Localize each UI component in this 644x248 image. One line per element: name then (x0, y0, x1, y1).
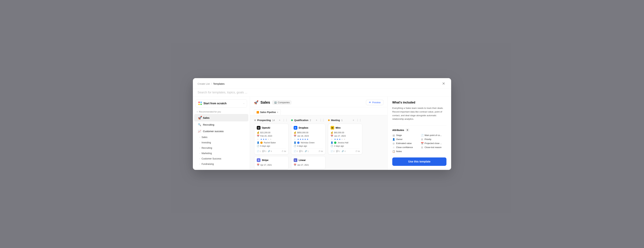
attr-priority-label: Priority (425, 138, 431, 140)
col-header-qualification: Qualification 2 + ⋮⋮ (291, 118, 325, 124)
person-icon: 👤 (257, 141, 259, 144)
sidebar-section-header[interactable]: ∨ Recommended for you (193, 110, 250, 114)
field-value-miro: 💰 $60,000.00 (330, 131, 360, 134)
chevron-right-icon: › (200, 142, 200, 144)
more-col-meeting-btn[interactable]: ⋮⋮ (356, 118, 362, 122)
field-stars-dropbox: ☆ ★ ★ ★ ★ ★ (294, 138, 323, 140)
time-icon: 🕐 (330, 145, 333, 147)
kanban-col-meeting: Meeting 1 + ⋮⋮ M (327, 118, 364, 170)
footer-meta-dropbox: 📄 3 💬 5 🔗 (294, 150, 308, 152)
right-panel-description: Everything a Sales team needs to track t… (392, 106, 446, 121)
field-owner-dropbox: 👤 Nicholas Green (294, 141, 323, 144)
company-name-openai: OpenAI (262, 126, 270, 129)
use-template-button[interactable]: Use this template (392, 158, 446, 166)
right-panel: What's included Everything a Sales team … (388, 97, 451, 170)
add-col-prospecting-btn[interactable]: + (278, 118, 281, 122)
link-icon: 🔗 (342, 150, 344, 152)
comments-count-dropbox: 5 (302, 150, 303, 152)
sidebar-item-marketing[interactable]: › Marketing (194, 150, 248, 156)
dollar-icon: 💰 (330, 131, 333, 134)
calendar-icon: 📅 (257, 164, 259, 166)
logo-stripe: S (257, 158, 260, 162)
pipeline-tab-icon: 🟧 (256, 111, 259, 114)
tab-sales-pipeline[interactable]: 🟧 Sales Pipeline ∨ (254, 109, 281, 115)
duration-dropbox: ⏱ 5d (318, 150, 323, 152)
meta-docs-miro: 📄 2 (330, 150, 334, 152)
doc-icon: 📄 (330, 150, 333, 152)
meta-comments-miro: 💬 2 (336, 150, 340, 152)
sidebar-item-investing[interactable]: › Investing (194, 140, 248, 145)
breadcrumb-separator: / (211, 82, 212, 85)
sidebar-item-customer-success[interactable]: 📈 Customer success (194, 128, 248, 134)
start-from-scratch-button[interactable]: Start from scratch › (196, 100, 247, 108)
sidebar-item-sales-sub[interactable]: › Sales (194, 134, 248, 140)
companies-badge: 🏢 Companies (272, 100, 292, 105)
owner-dropbox: Nicholas Green (301, 142, 314, 144)
sidebar: Start from scratch › ∨ Recommended for y… (193, 97, 250, 170)
card-miro[interactable]: M Miro 💰 $60,000.00 📅 Jan 27, 2023 (328, 124, 362, 154)
card-footer-openai: 📄 1 💬 3 🔗 (257, 148, 286, 152)
close-confidence-icon: ☆ (392, 146, 395, 149)
date-dropbox: Jan 18, 2023 (297, 135, 309, 137)
kanban-area: Prospecting 14 + ⋮⋮ O (250, 115, 388, 170)
field-stars-miro: ☆ ★ ★ ★ ★ ★ (330, 138, 360, 140)
calendar-icon: 📅 (257, 135, 259, 137)
priority-icon: ⊟ (421, 138, 424, 141)
breadcrumb: Create List / Templates (198, 82, 224, 85)
col-label-qualification: Qualification (294, 119, 308, 122)
modal-overlay: Create List / Templates ✕ (0, 0, 644, 248)
card-linear[interactable]: L Linear 📅 Jan 27, 2021 (291, 156, 325, 169)
value-miro: $60,000.00 (334, 132, 344, 134)
attr-stage: ▤ Stage (392, 134, 418, 137)
col-label-prospecting: Prospecting (257, 119, 271, 122)
sales-icon: 🚀 (198, 116, 201, 120)
main-header: 🚀 Sales 🏢 Companies 👁 Preview (250, 97, 388, 107)
field-time-dropbox: 🕐 4 days ago (294, 145, 323, 147)
more-col-qualification-btn[interactable]: ⋮⋮ (319, 118, 325, 122)
comments-count-openai: 3 (265, 150, 266, 152)
sidebar-item-customer-success-sub[interactable]: › Customer Success (194, 156, 248, 161)
attr-close-confidence: ☆ Close confidence (392, 146, 418, 149)
card-dropbox[interactable]: D Dropbox 💰 $850,000.00 📅 Jan 18, 2023 (291, 124, 325, 154)
meta-links-dropbox: 🔗 1 (305, 150, 308, 152)
card-stripe[interactable]: S Stripe 📅 Apr 27, 2021 (254, 156, 288, 169)
eye-icon: 👁 (369, 101, 371, 104)
owner-icon: 👤 (392, 138, 395, 141)
sidebar-item-recruiting[interactable]: 🔍 Recruiting (194, 122, 248, 128)
preview-button[interactable]: 👁 Preview (366, 100, 384, 105)
docs-count-dropbox: 3 (296, 150, 298, 152)
col-actions-meeting: + ⋮⋮ (352, 118, 362, 122)
company-linear: L Linear (294, 158, 323, 162)
col-count-meeting: 1 (341, 119, 343, 122)
attributes-grid: ▤ Stage 📄 Main point of co... 👤 Owner ⊟ … (392, 134, 446, 153)
status-dot-qualification (291, 120, 293, 121)
col-count-qualification: 2 (310, 119, 311, 122)
sidebar-item-recruiting-sub[interactable]: › Recruiting (194, 145, 248, 150)
main-title: 🚀 Sales 🏢 Companies (254, 100, 292, 105)
status-dot-prospecting (254, 120, 256, 121)
sidebar-item-sales[interactable]: 🚀 Sales (194, 114, 248, 122)
dot-blue (200, 102, 202, 103)
sidebar-sub-sales-label: Sales (202, 136, 208, 138)
attr-estimated-value: ◎ Estimated value (392, 142, 418, 145)
dollar-icon: 💰 (257, 131, 259, 134)
pipeline-tabs: 🟧 Sales Pipeline ∨ (250, 107, 388, 115)
more-col-prospecting-btn[interactable]: ⋮⋮ (282, 118, 288, 122)
kanban-col-prospecting: Prospecting 14 + ⋮⋮ O (253, 118, 290, 170)
company-miro: M Miro (330, 126, 360, 130)
date-stripe: Apr 27, 2021 (260, 164, 272, 166)
sidebar-item-fundraising[interactable]: › Fundraising (194, 161, 248, 167)
field-value-openai: 💰 $15,200.00 (257, 131, 286, 134)
close-button[interactable]: ✕ (441, 81, 446, 86)
calendar-icon: 📅 (294, 135, 296, 137)
card-footer-miro: 📄 2 💬 2 🔗 (330, 148, 360, 152)
search-input[interactable] (198, 91, 446, 94)
page-title: Sales (260, 100, 270, 105)
card-openai[interactable]: O OpenAI 💰 $15,200.00 📅 Feb 20, 2023 (254, 124, 288, 154)
logo-dropbox: D (294, 126, 297, 130)
add-col-meeting-btn[interactable]: + (352, 118, 355, 122)
add-col-qualification-btn[interactable]: + (315, 118, 318, 122)
card-footer-dropbox: 📄 3 💬 5 🔗 (294, 148, 323, 152)
docs-count-openai: 1 (260, 150, 260, 152)
companies-icon: 🏢 (274, 101, 277, 104)
